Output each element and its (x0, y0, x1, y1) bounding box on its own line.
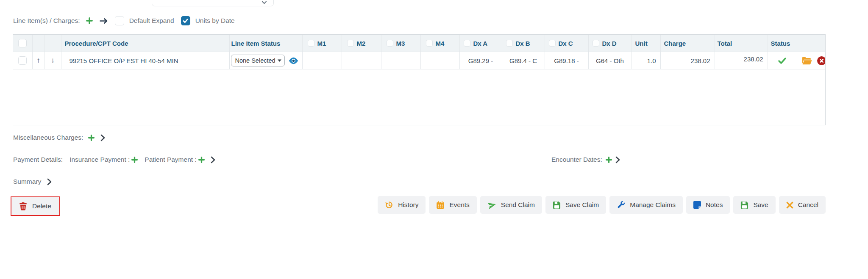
expand-misc-charges-icon[interactable] (100, 134, 105, 141)
units-by-date-label: Units by Date (195, 17, 235, 25)
cell-m3 (381, 52, 420, 69)
floppy-icon (740, 201, 748, 209)
collapsed-select[interactable] (152, 0, 274, 6)
send-claim-button[interactable]: Send Claim (480, 196, 542, 214)
col-header-actions (797, 35, 817, 52)
cell-m4 (420, 52, 459, 69)
expand-encounter-dates-icon[interactable] (615, 156, 620, 163)
save-claim-button[interactable]: Save Claim (545, 196, 606, 214)
add-line-item-icon[interactable] (86, 17, 93, 24)
table-row: ↑ ↓ 99215 OFFICE O/P EST HI 40-54 MIN No… (13, 52, 826, 69)
move-down-icon[interactable]: ↓ (45, 56, 61, 65)
col-header-procedure: Procedure/CPT Code (61, 35, 229, 52)
manage-claims-button[interactable]: Manage Claims (609, 196, 683, 214)
expand-summary-icon[interactable] (47, 178, 52, 185)
patient-payment-label: Patient Payment : (145, 156, 196, 163)
chevron-down-icon (262, 1, 267, 4)
save-button[interactable]: Save (733, 196, 775, 214)
dx-a-checkbox[interactable] (464, 40, 470, 47)
cell-total: 238.02 (715, 52, 768, 69)
payment-details-section: Payment Details: Insurance Payment : Pat… (13, 156, 215, 163)
col-header-move-up (32, 35, 45, 52)
cell-unit: 1.0 (632, 52, 660, 69)
calendar-icon (436, 201, 445, 209)
cancel-circle-icon[interactable] (817, 56, 826, 65)
line-items-controls: Line Item(s) / Charges: Default Expand U… (13, 15, 235, 26)
cell-dx-b: G89.4 - C (502, 52, 545, 69)
delete-button-highlight: Delete (11, 196, 60, 216)
col-header-charge: Charge (660, 35, 715, 52)
line-items-table: Procedure/CPT Code Line Item Status M1 M… (13, 34, 826, 125)
m1-checkbox[interactable] (308, 40, 314, 47)
payment-details-label: Payment Details: (13, 156, 63, 163)
misc-charges-section: Miscellaneous Charges: (13, 134, 105, 141)
units-by-date-checkbox[interactable] (181, 16, 190, 25)
cancel-button[interactable]: Cancel (779, 196, 826, 214)
m2-checkbox[interactable] (347, 40, 354, 47)
row-select-checkbox[interactable] (18, 56, 27, 65)
col-header-status: Status (768, 35, 797, 52)
encounter-dates-section: Encounter Dates: (551, 156, 620, 163)
wrench-icon (617, 201, 625, 209)
encounter-dates-label: Encounter Dates: (551, 156, 602, 163)
notes-button[interactable]: Notes (686, 196, 730, 214)
eye-icon[interactable] (289, 57, 298, 64)
insurance-payment-label: Insurance Payment : (70, 156, 130, 163)
col-header-m3: M3 (396, 40, 405, 47)
floppy-icon (553, 201, 561, 209)
col-header-unit: Unit (632, 35, 660, 52)
dx-c-checkbox[interactable] (549, 40, 556, 47)
line-item-status-dropdown[interactable]: None Selected (231, 55, 285, 66)
line-items-label: Line Item(s) / Charges: (13, 17, 80, 25)
cell-charge: 238.02 (660, 52, 715, 69)
dx-d-checkbox[interactable] (593, 40, 599, 47)
summary-label: Summary (13, 178, 41, 185)
col-header-total: Total (715, 35, 768, 52)
status-check-icon (768, 52, 797, 69)
select-all-checkbox[interactable] (18, 39, 27, 47)
m4-checkbox[interactable] (426, 40, 433, 47)
summary-section: Summary (13, 178, 52, 185)
col-header-move-down (45, 35, 61, 52)
add-insurance-payment-icon[interactable] (131, 157, 138, 163)
col-header-dx-a: Dx A (473, 40, 488, 47)
table-header-row: Procedure/CPT Code Line Item Status M1 M… (13, 35, 826, 52)
col-header-dx-c: Dx C (559, 40, 573, 47)
col-header-dx-d: Dx D (602, 40, 617, 47)
note-icon (693, 201, 701, 209)
delete-button[interactable]: Delete (11, 197, 59, 215)
add-misc-charge-icon[interactable] (88, 135, 95, 141)
col-header-dx-b: Dx B (516, 40, 530, 47)
default-expand-label: Default Expand (129, 17, 174, 25)
cell-m2 (342, 52, 381, 69)
default-expand-checkbox[interactable] (115, 16, 124, 25)
cell-dx-a: G89.29 - (459, 52, 502, 69)
trash-icon (19, 202, 27, 210)
add-patient-payment-icon[interactable] (198, 157, 205, 163)
misc-charges-label: Miscellaneous Charges: (13, 134, 83, 141)
cell-m1 (302, 52, 342, 69)
cell-dx-d: G64 - Oth (588, 52, 632, 69)
events-button[interactable]: Events (429, 196, 476, 214)
m3-checkbox[interactable] (387, 40, 393, 47)
col-header-m2: M2 (357, 40, 366, 47)
cell-procedure: 99215 OFFICE O/P EST HI 40-54 MIN (61, 52, 229, 69)
claim-actions-toolbar: History Events Send Claim (378, 196, 826, 214)
caret-down-icon (278, 59, 281, 62)
col-header-m1: M1 (317, 40, 326, 47)
claim-edit-panel: Line Item(s) / Charges: Default Expand U… (0, 0, 868, 279)
x-icon (786, 202, 793, 209)
col-header-remove (817, 35, 826, 52)
move-arrow-icon[interactable] (100, 18, 108, 24)
add-encounter-date-icon[interactable] (606, 157, 612, 163)
paper-plane-icon (487, 199, 497, 210)
history-button[interactable]: History (378, 196, 426, 214)
col-header-line-item-status: Line Item Status (229, 35, 302, 52)
cell-dx-c: G89.18 - (545, 52, 588, 69)
folder-open-icon[interactable] (797, 52, 817, 69)
dx-b-checkbox[interactable] (506, 40, 513, 47)
expand-payment-details-icon[interactable] (211, 156, 215, 163)
col-header-m4: M4 (436, 40, 445, 47)
move-up-icon[interactable]: ↑ (33, 56, 45, 65)
history-icon (385, 201, 393, 209)
